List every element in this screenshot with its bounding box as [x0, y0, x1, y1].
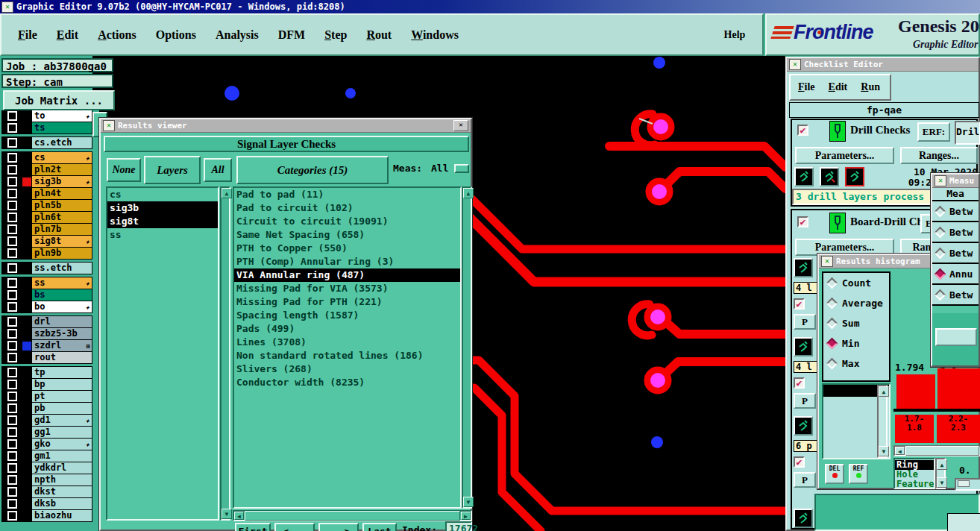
scrollbar-thumb[interactable] — [245, 511, 460, 521]
layer-color-chip[interactable] — [22, 462, 32, 474]
layer-visibility-checkbox[interactable] — [2, 391, 22, 402]
results-layer-item[interactable]: ss — [107, 228, 218, 242]
results-category-item[interactable]: PTH (Comp) Annular ring (3) — [234, 255, 460, 268]
layer-visibility-checkbox[interactable] — [2, 248, 22, 259]
layer-visibility-checkbox[interactable] — [2, 316, 22, 327]
checklist-editor-titlebar[interactable]: ✕ Checklist Editor — [787, 58, 979, 72]
layer-visibility-checkbox[interactable] — [2, 176, 22, 187]
layer-visibility-checkbox[interactable] — [2, 462, 22, 474]
nav-last-button[interactable]: Last — [362, 523, 397, 531]
menu-item[interactable]: Actions — [98, 28, 136, 42]
layer-color-chip[interactable] — [22, 427, 32, 438]
check-enabled-checkbox[interactable]: ✔ — [794, 298, 805, 310]
scroll-up-icon[interactable]: ▲ — [222, 188, 232, 198]
results-category-item[interactable]: PTH to Copper (550) — [234, 242, 460, 255]
measure-list-vscrollbar[interactable]: ▲ ▼ — [877, 385, 888, 458]
checklist-menu-item[interactable]: Edit — [829, 81, 848, 93]
layer-name[interactable]: gko✦ — [32, 439, 92, 450]
index-field[interactable]: 17672 — [445, 521, 472, 531]
layer-color-chip[interactable] — [22, 277, 32, 289]
layer-visibility-checkbox[interactable] — [2, 367, 22, 378]
measurement-option-row[interactable]: Betw — [932, 285, 979, 306]
layer-color-chip[interactable] — [22, 510, 32, 521]
layer-visibility-checkbox[interactable] — [2, 486, 22, 497]
value-slider[interactable] — [955, 478, 980, 491]
layer-color-chip[interactable] — [22, 379, 32, 390]
layer-name[interactable]: biaozhu — [32, 510, 92, 521]
help-menu[interactable]: Help — [712, 16, 758, 53]
stat-radio-row[interactable]: Min — [823, 333, 889, 354]
measurement-option-row[interactable]: Betw — [932, 222, 979, 243]
menu-item[interactable]: Edit — [57, 28, 78, 42]
scroll-down-icon[interactable]: ▼ — [222, 509, 232, 519]
feature-type-list[interactable]: RingHoleFeature — [893, 458, 935, 489]
erf-field[interactable]: Dril — [955, 121, 980, 145]
layer-name[interactable]: ss✦ — [32, 277, 92, 289]
layer-color-chip[interactable] — [22, 236, 32, 247]
radio-diamond-icon[interactable] — [935, 247, 946, 259]
layer-name[interactable]: sig3b✦ — [32, 176, 92, 187]
scroll-left-icon[interactable]: ◀ — [234, 512, 244, 520]
layer-visibility-checkbox[interactable] — [2, 289, 22, 301]
results-category-item[interactable]: Non standard rotated lines (186) — [234, 349, 460, 362]
measurement-option-row[interactable]: Betw — [932, 243, 979, 264]
parameters-short-button[interactable]: P — [794, 314, 816, 330]
layer-visibility-checkbox[interactable] — [2, 137, 22, 148]
results-category-item[interactable]: VIA Annular ring (487) — [234, 268, 460, 282]
menu-item[interactable]: DFM — [278, 28, 305, 42]
layer-color-chip[interactable] — [22, 439, 32, 450]
layer-name[interactable]: gm1 — [32, 450, 92, 462]
menu-item[interactable]: Options — [156, 28, 196, 42]
radio-diamond-icon[interactable] — [935, 226, 946, 238]
layer-name[interactable]: szbz5-3b — [32, 328, 92, 339]
layers-all-button[interactable]: All — [204, 158, 232, 182]
results-category-item[interactable]: Slivers (268) — [234, 362, 460, 376]
results-category-item[interactable]: Missing Pad for VIA (3573) — [234, 282, 460, 295]
layer-visibility-checkbox[interactable] — [2, 450, 22, 462]
layer-visibility-checkbox[interactable] — [2, 427, 22, 438]
layer-name[interactable]: gg1 — [32, 427, 92, 438]
layer-list-vscrollbar[interactable]: ▲ ▼ — [220, 186, 230, 521]
ranges-button[interactable]: Ranges... — [900, 147, 978, 164]
radio-diamond-icon[interactable] — [826, 338, 838, 350]
layer-color-chip[interactable] — [22, 486, 32, 497]
scroll-down-icon[interactable]: ▼ — [879, 446, 889, 456]
layer-visibility-checkbox[interactable] — [2, 340, 22, 351]
results-category-item[interactable]: Lines (3708) — [234, 336, 460, 349]
value-field[interactable]: 0. — [959, 465, 971, 476]
run-check-icon[interactable] — [794, 258, 813, 277]
layer-name[interactable]: pt — [32, 391, 92, 402]
results-category-item[interactable]: Pads (499) — [234, 322, 460, 336]
parameters-button[interactable]: Parameters... — [795, 147, 894, 164]
parameters-short-button[interactable]: P — [794, 393, 816, 409]
layer-visibility-checkbox[interactable] — [2, 439, 22, 450]
scrollbar-thumb[interactable] — [905, 446, 979, 456]
layer-visibility-checkbox[interactable] — [2, 403, 22, 414]
menu-item[interactable]: Rout — [366, 28, 392, 42]
layer-visibility-checkbox[interactable] — [2, 474, 22, 486]
stat-radio-row[interactable]: Max — [823, 354, 889, 374]
scroll-right-icon[interactable]: ▶ — [461, 512, 471, 520]
layer-color-chip[interactable] — [22, 110, 32, 122]
layer-visibility-checkbox[interactable] — [2, 236, 22, 247]
results-category-item[interactable]: Same Net Spacing (658) — [234, 228, 460, 242]
layer-visibility-checkbox[interactable] — [2, 110, 22, 122]
run-check-icon[interactable] — [845, 167, 864, 186]
radio-diamond-icon[interactable] — [935, 268, 946, 280]
layer-visibility-checkbox[interactable] — [2, 152, 22, 163]
erf-button[interactable]: ERF: — [917, 122, 950, 142]
nav-prev-button[interactable]: <--- — [274, 523, 315, 531]
layer-visibility-checkbox[interactable] — [2, 510, 22, 521]
layer-color-chip[interactable] — [22, 152, 32, 163]
slider-thumb[interactable] — [958, 480, 970, 487]
parameters-short-button[interactable]: P — [794, 472, 816, 488]
layer-name[interactable]: drl — [32, 316, 92, 327]
layer-color-chip[interactable] — [22, 263, 32, 274]
layer-name[interactable]: pln4t — [32, 188, 92, 199]
layer-color-chip[interactable] — [22, 176, 32, 187]
layer-visibility-checkbox[interactable] — [2, 498, 22, 509]
layer-color-chip[interactable] — [22, 498, 32, 509]
scroll-up-icon[interactable]: ▲ — [879, 386, 889, 397]
layer-color-chip[interactable] — [22, 224, 32, 235]
results-viewer-titlebar[interactable]: ✕ Results viewer ✕ — [101, 119, 471, 133]
